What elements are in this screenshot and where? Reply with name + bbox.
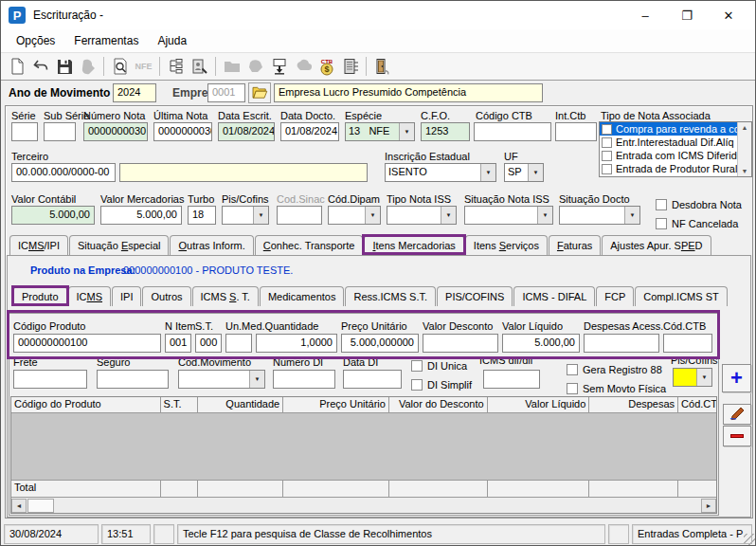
chevron-down-icon[interactable]: ▼ xyxy=(253,207,268,224)
inscricao-estadual-dropdown[interactable]: ISENTO▼ xyxy=(385,163,496,182)
checkbox[interactable] xyxy=(602,137,612,148)
pis-cofins-dropdown[interactable]: ▼ xyxy=(222,206,269,225)
menu-ajuda[interactable]: Ajuda xyxy=(148,30,196,51)
ano-movimento-field[interactable]: 2024 xyxy=(113,83,156,102)
nf-cancelada-checkbox[interactable]: NF Cancelada xyxy=(656,218,738,229)
seguro-field[interactable] xyxy=(97,370,169,389)
ledger-icon[interactable] xyxy=(338,55,362,78)
terceiro-cnpj-field[interactable]: 00.000.000/0000-00 xyxy=(11,163,116,182)
chevron-down-icon[interactable]: ▼ xyxy=(249,371,264,388)
cod-movimento-dropdown[interactable]: ▼ xyxy=(178,370,265,389)
tab-itens-servicos[interactable]: Itens Serviços xyxy=(465,235,548,255)
desdobra-nota-checkbox[interactable]: Desdobra Nota xyxy=(656,199,742,210)
data-docto-field[interactable]: 01/08/2024 xyxy=(280,122,339,141)
chevron-down-icon[interactable]: ▼ xyxy=(480,164,495,181)
print-preview-icon[interactable] xyxy=(108,55,132,78)
chevron-down-icon[interactable]: ▼ xyxy=(399,123,414,140)
checkbox[interactable] xyxy=(602,124,612,135)
edit-item-button[interactable] xyxy=(723,404,751,425)
entity-search-icon[interactable] xyxy=(188,55,211,78)
ctb-money-icon[interactable]: CTB$ xyxy=(315,55,338,78)
cod-ctb-item-field[interactable] xyxy=(663,334,712,353)
list-item[interactable]: Entrada de Produtor Rural xyxy=(600,162,751,175)
column-header[interactable]: Valor do Desconto xyxy=(389,397,488,412)
tab-ress-icms-st[interactable]: Ress.ICMS S.T. xyxy=(345,286,436,306)
checkbox[interactable] xyxy=(602,164,612,174)
exit-icon[interactable] xyxy=(370,55,394,78)
codigo-produto-field[interactable]: 000000000100 xyxy=(13,334,161,353)
checkbox[interactable] xyxy=(411,360,423,372)
undo-icon[interactable] xyxy=(28,55,52,78)
add-item-button[interactable]: + xyxy=(722,364,751,392)
import-data-icon[interactable] xyxy=(267,55,291,78)
valor-mercadorias-field[interactable]: 5.000,00 xyxy=(100,206,182,225)
n-item-field[interactable]: 001 xyxy=(165,334,191,353)
scroll-right-icon[interactable]: ► xyxy=(701,499,716,513)
di-unica-checkbox[interactable]: DI Unica xyxy=(411,360,467,372)
list-item[interactable]: Entr.Interestadual Dif.Alíq xyxy=(600,136,751,149)
ultima-nota-field[interactable]: 0000000030 xyxy=(153,122,212,141)
despesas-acess-field[interactable] xyxy=(584,334,659,353)
cfo-field[interactable]: 1253 xyxy=(421,122,470,141)
chevron-down-icon[interactable]: ▼ xyxy=(624,207,639,224)
tab-icms-difal[interactable]: ICMS - DIFAL xyxy=(513,286,595,306)
scroll-down-icon[interactable]: ▼ xyxy=(742,166,748,176)
tab-compl-icms-st[interactable]: Compl.ICMS ST xyxy=(635,286,727,306)
open-empresa-button[interactable] xyxy=(248,82,271,103)
numero-nota-field[interactable]: 0000000030 xyxy=(83,122,148,141)
chevron-down-icon[interactable]: ▼ xyxy=(528,164,543,181)
tab-icms-st[interactable]: ICMS S. T. xyxy=(192,286,259,306)
tab-outros[interactable]: Outros xyxy=(142,286,190,306)
data-di-field[interactable] xyxy=(343,370,402,389)
checkbox[interactable] xyxy=(602,151,612,161)
chevron-down-icon[interactable]: ▼ xyxy=(441,207,456,224)
empresa-code-field[interactable]: 0001 xyxy=(207,83,245,102)
grid-horizontal-scrollbar[interactable]: ◄ ► xyxy=(11,497,716,513)
chevron-down-icon[interactable]: ▼ xyxy=(696,369,711,386)
data-escrit-field[interactable]: 01/08/2024 xyxy=(218,122,275,141)
frete-field[interactable] xyxy=(13,370,87,389)
tab-medicamentos[interactable]: Medicamentos xyxy=(260,286,345,306)
sem-movto-fisica-checkbox[interactable]: Sem Movto Física xyxy=(567,383,666,394)
tab-produto[interactable]: Produto xyxy=(13,286,67,306)
terceiro-nome-field[interactable] xyxy=(119,163,368,182)
minimize-button[interactable]: – xyxy=(624,1,666,29)
grid-body-empty[interactable] xyxy=(11,413,716,480)
turbo-field[interactable]: 18 xyxy=(188,206,216,225)
tab-fcp[interactable]: FCP xyxy=(596,286,634,306)
serie-field[interactable] xyxy=(11,122,38,141)
list-item[interactable]: Compra para revenda a co xyxy=(600,122,751,136)
list-item[interactable]: Entrada com ICMS Diferido xyxy=(600,149,751,162)
quantidade-field[interactable]: 1,0000 xyxy=(256,334,337,353)
scrollbar-thumb[interactable] xyxy=(27,499,54,513)
column-header[interactable]: Código do Produto xyxy=(11,397,161,412)
remove-item-button[interactable] xyxy=(723,426,751,446)
scroll-left-icon[interactable]: ◄ xyxy=(11,499,27,513)
gera-registro-88-checkbox[interactable]: Gera Registro 88 xyxy=(567,364,662,375)
valor-desconto-field[interactable] xyxy=(423,334,498,353)
checkbox[interactable] xyxy=(411,379,423,391)
int-ctb-field[interactable] xyxy=(555,122,597,141)
column-header[interactable]: Preço Unitário xyxy=(283,397,389,412)
tab-faturas[interactable]: Faturas xyxy=(549,235,601,255)
situacao-docto-dropdown[interactable]: ▼ xyxy=(559,206,640,225)
especie-dropdown[interactable]: 13 NFE▼ xyxy=(345,122,415,141)
icms-dif-field[interactable] xyxy=(483,370,540,389)
checkbox[interactable] xyxy=(567,383,578,394)
preco-unitario-field[interactable]: 5.000,000000 xyxy=(341,334,419,353)
new-document-icon[interactable] xyxy=(5,55,28,78)
column-header[interactable]: Cód.CTB xyxy=(678,397,716,412)
chevron-down-icon[interactable]: ▼ xyxy=(537,207,552,224)
column-header[interactable]: Quantidade xyxy=(198,397,283,412)
tab-situacao-especial[interactable]: Situação Especial xyxy=(69,235,169,255)
checkbox[interactable] xyxy=(656,218,667,229)
tab-itens-mercadorias[interactable]: Itens Mercadorias xyxy=(364,235,463,255)
valor-contabil-field[interactable]: 5.000,00 xyxy=(11,206,95,225)
menu-opcoes[interactable]: Opções xyxy=(7,30,64,51)
chevron-down-icon[interactable]: ▼ xyxy=(365,207,380,224)
st-field[interactable]: 000 xyxy=(195,334,222,353)
uf-dropdown[interactable]: SP▼ xyxy=(504,163,544,182)
pis-cofins-item-dropdown[interactable]: ▼ xyxy=(673,368,712,387)
scroll-up-icon[interactable]: ▲ xyxy=(742,122,748,133)
maximize-button[interactable]: ❐ xyxy=(666,1,708,29)
